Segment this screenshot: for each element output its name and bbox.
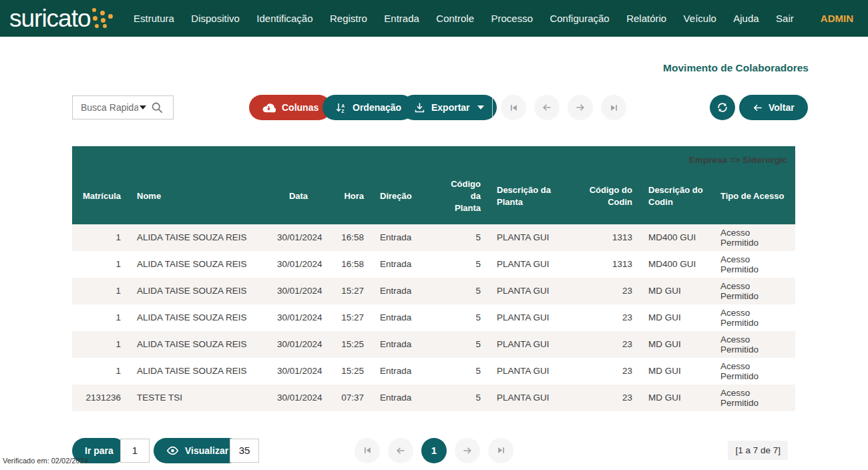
table-body: 1ALIDA TAISE SOUZA REIS30/01/202416:58En… <box>72 224 795 411</box>
column-header[interactable]: Código da Planta <box>439 173 489 224</box>
current-page-button[interactable]: 1 <box>421 438 447 463</box>
page-size-input[interactable] <box>230 439 259 463</box>
cell: 1 <box>72 224 129 251</box>
column-header[interactable]: Hora <box>328 173 372 224</box>
suricato-logo[interactable]: suricato <box>9 6 128 31</box>
cell: 5 <box>439 304 489 331</box>
next-page-button[interactable] <box>455 438 480 463</box>
cell: 23 <box>579 331 640 358</box>
cell: ALIDA TAISE SOUZA REIS <box>129 251 269 278</box>
top-navbar: suricato EstruturaDispositivoIdentificaç… <box>0 0 868 37</box>
cell: MD GUI <box>640 331 712 358</box>
cell: Entrada <box>372 278 439 304</box>
nav-item-dispositivo[interactable]: Dispositivo <box>191 13 240 24</box>
results-grid: Empresa => Siderurgic MatrículaNomeDataH… <box>72 146 795 411</box>
cell: Acesso Permitido <box>712 331 795 358</box>
search-icon[interactable] <box>151 101 163 113</box>
view-button[interactable]: Visualizar <box>154 438 241 463</box>
table-row[interactable]: 2131236TESTE TSI30/01/202407:37Entrada5P… <box>72 385 795 411</box>
download-icon <box>414 102 425 113</box>
toolbar-divider <box>492 97 493 118</box>
cell: 15:27 <box>328 304 372 331</box>
cell: MD GUI <box>640 304 712 331</box>
cell: Entrada <box>372 224 439 251</box>
last-page-button[interactable] <box>601 95 626 120</box>
column-header[interactable]: Nome <box>129 173 269 224</box>
nav-item-sair[interactable]: Sair <box>776 13 794 24</box>
cell: 23 <box>579 385 640 411</box>
cell: 5 <box>439 224 489 251</box>
columns-button-label: Colunas <box>282 102 318 113</box>
cell: PLANTA GUI <box>489 304 579 331</box>
nav-item-estrutura[interactable]: Estrutura <box>134 13 174 24</box>
cell: 1 <box>72 278 129 304</box>
cell: 23 <box>579 304 640 331</box>
table-row[interactable]: 1ALIDA TAISE SOUZA REIS30/01/202415:27En… <box>72 304 795 331</box>
cell: 30/01/2024 <box>269 251 328 278</box>
table-row[interactable]: 1ALIDA TAISE SOUZA REIS30/01/202415:25En… <box>72 358 795 385</box>
skip-last-icon <box>496 445 506 455</box>
column-header[interactable]: Direção <box>372 173 439 224</box>
nav-item-controle[interactable]: Controle <box>436 13 474 24</box>
group-header-row: Empresa => Siderurgic <box>72 146 795 173</box>
back-button[interactable]: Voltar <box>739 95 808 120</box>
cell: MD400 GUI <box>640 251 712 278</box>
nav-item-registro[interactable]: Registro <box>330 13 367 24</box>
cell: 23 <box>579 278 640 304</box>
cell: 5 <box>439 385 489 411</box>
cell: ALIDA TAISE SOUZA REIS <box>129 358 269 385</box>
column-header[interactable]: Descrição do Codin <box>640 173 712 224</box>
cloud-download-icon <box>262 101 276 113</box>
cell: 1 <box>72 304 129 331</box>
cell: 30/01/2024 <box>269 358 328 385</box>
toolbar: Colunas A Z Ordenação Exportar <box>0 95 868 120</box>
column-header[interactable]: Descrição da Planta <box>489 173 579 224</box>
table-row[interactable]: 1ALIDA TAISE SOUZA REIS30/01/202416:58En… <box>72 224 795 251</box>
cell: PLANTA GUI <box>489 251 579 278</box>
first-page-button[interactable] <box>501 95 526 120</box>
first-page-button[interactable] <box>355 438 380 463</box>
column-header[interactable]: Código do Codin <box>579 173 640 224</box>
export-button[interactable]: Exportar <box>401 95 497 120</box>
next-page-button[interactable] <box>568 95 593 120</box>
table-row[interactable]: 1ALIDA TAISE SOUZA REIS30/01/202416:58En… <box>72 251 795 278</box>
cell: 15:27 <box>328 278 372 304</box>
logged-user-label[interactable]: ADMIN <box>821 13 853 24</box>
nav-item-entrada[interactable]: Entrada <box>384 13 419 24</box>
page-title: Movimento de Colaboradores <box>0 62 868 74</box>
table-row[interactable]: 1ALIDA TAISE SOUZA REIS30/01/202415:27En… <box>72 278 795 304</box>
nav-item-processo[interactable]: Processo <box>491 13 533 24</box>
cell: Acesso Permitido <box>712 304 795 331</box>
arrow-right-icon <box>462 445 473 456</box>
column-header[interactable]: Data <box>269 173 328 224</box>
page-number-input[interactable] <box>120 439 150 463</box>
columns-button[interactable]: Colunas <box>249 95 331 120</box>
prev-page-button[interactable] <box>388 438 413 463</box>
cell: 15:25 <box>328 331 372 358</box>
cell: MD GUI <box>640 358 712 385</box>
cell: 30/01/2024 <box>269 224 328 251</box>
chevron-down-icon[interactable] <box>140 105 146 109</box>
cell: Entrada <box>372 358 439 385</box>
cell: Entrada <box>372 385 439 411</box>
cell: ALIDA TAISE SOUZA REIS <box>129 331 269 358</box>
nav-item-ajuda[interactable]: Ajuda <box>733 13 758 24</box>
last-page-button[interactable] <box>488 438 513 463</box>
quick-search[interactable] <box>72 95 174 120</box>
sort-button[interactable]: A Z Ordenação <box>322 95 414 120</box>
table-row[interactable]: 1ALIDA TAISE SOUZA REIS30/01/202415:25En… <box>72 331 795 358</box>
column-header[interactable]: Matrícula <box>72 173 129 224</box>
cell: MD400 GUI <box>640 224 712 251</box>
nav-item-relatorio[interactable]: Relatório <box>626 13 666 24</box>
prev-page-button[interactable] <box>534 95 560 120</box>
nav-item-configuracao[interactable]: Configuração <box>550 13 609 24</box>
column-header-row: MatrículaNomeDataHoraDireçãoCódigo da Pl… <box>72 173 795 224</box>
nav-item-veiculo[interactable]: Veículo <box>684 13 716 24</box>
column-header[interactable]: Tipo de Acesso <box>712 173 795 224</box>
verified-date-label: Verificado em: 02/02/2024 <box>3 457 88 465</box>
skip-first-icon <box>509 103 519 113</box>
cell: 1 <box>72 331 129 358</box>
search-input[interactable] <box>81 102 138 113</box>
nav-item-identificacao[interactable]: Identificação <box>256 13 312 24</box>
refresh-button[interactable] <box>710 95 735 120</box>
